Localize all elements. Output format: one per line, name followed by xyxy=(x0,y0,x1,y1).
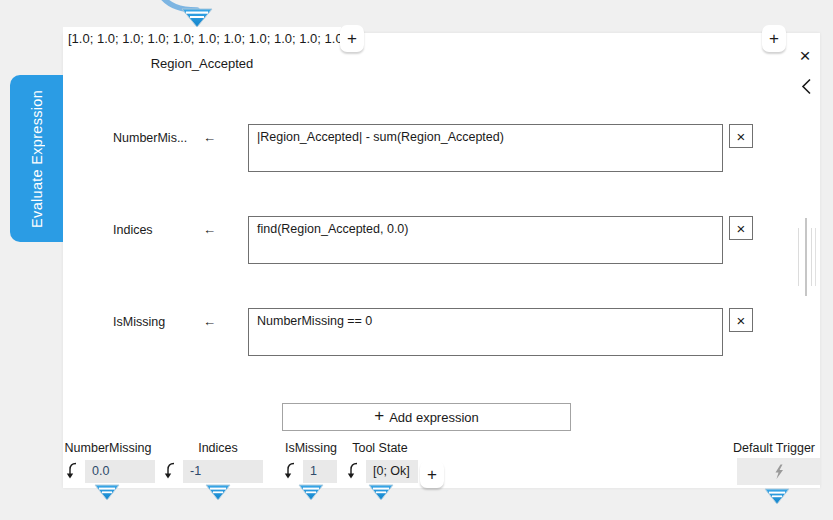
probe-down-arrow-icon[interactable] xyxy=(279,460,301,482)
input-wire-connector[interactable] xyxy=(150,0,225,30)
assign-arrow: ← xyxy=(203,314,221,329)
probe-down-arrow-icon[interactable] xyxy=(61,460,83,482)
scroll-grip-line[interactable] xyxy=(805,218,807,296)
add-expression-button[interactable]: + Add expression xyxy=(282,403,571,431)
plus-icon: + xyxy=(374,406,384,426)
output-port-connector[interactable] xyxy=(368,484,394,502)
output-value: -1 xyxy=(183,460,263,483)
assign-arrow: ← xyxy=(203,222,221,237)
scroll-grip-line[interactable] xyxy=(798,228,799,286)
probe-down-arrow-icon[interactable] xyxy=(342,460,364,482)
default-trigger-label: Default Trigger xyxy=(695,441,815,455)
probe-down-arrow-icon[interactable] xyxy=(159,460,181,482)
output-label: Tool State xyxy=(332,441,428,455)
chevron-left-icon[interactable] xyxy=(798,76,814,96)
assign-arrow: ← xyxy=(203,130,221,145)
add-output-button[interactable]: + xyxy=(420,461,444,488)
delete-expression-button[interactable]: × xyxy=(729,124,753,148)
expression-input[interactable]: NumberMissing == 0 xyxy=(248,308,723,356)
tab-label: Evaluate Expression xyxy=(29,90,45,228)
scroll-grip-line[interactable] xyxy=(811,228,812,286)
output-port-connector[interactable] xyxy=(205,484,231,502)
add-panel-button[interactable]: + xyxy=(762,25,786,52)
expression-name-label: NumberMis... xyxy=(113,131,205,145)
default-trigger-button[interactable] xyxy=(737,458,820,485)
expression-name-label: Indices xyxy=(113,223,205,237)
output-value: [0; Ok] xyxy=(366,460,418,483)
arrow-stripe xyxy=(190,16,204,18)
add-input-button[interactable]: + xyxy=(340,25,364,52)
output-value: 0.0 xyxy=(85,460,155,483)
trigger-port-connector[interactable] xyxy=(764,488,790,506)
output-label: NumberMissing xyxy=(58,441,158,455)
scroll-grip-line[interactable] xyxy=(815,228,816,286)
input-name-label: Region_Accepted xyxy=(63,56,341,71)
close-icon[interactable]: × xyxy=(795,45,815,65)
output-label: Indices xyxy=(168,441,268,455)
input-value-display[interactable]: [1.0; 1.0; 1.0; 1.0; 1.0; 1.0; 1.0; 1.0;… xyxy=(63,27,341,51)
output-value: 1 xyxy=(303,460,337,483)
add-expression-label: Add expression xyxy=(389,410,479,425)
lightning-bolt-icon xyxy=(773,464,785,480)
delete-expression-button[interactable]: × xyxy=(729,216,753,240)
delete-expression-button[interactable]: × xyxy=(729,308,753,332)
expression-name-label: IsMissing xyxy=(113,315,205,329)
output-port-connector[interactable] xyxy=(94,484,120,502)
expression-input[interactable]: |Region_Accepted| - sum(Region_Accepted) xyxy=(248,124,723,172)
expression-input[interactable]: find(Region_Accepted, 0.0) xyxy=(248,216,723,264)
tab-evaluate-expression[interactable]: Evaluate Expression xyxy=(10,75,63,242)
arrow-stripe xyxy=(186,12,208,14)
output-port-connector[interactable] xyxy=(298,484,324,502)
